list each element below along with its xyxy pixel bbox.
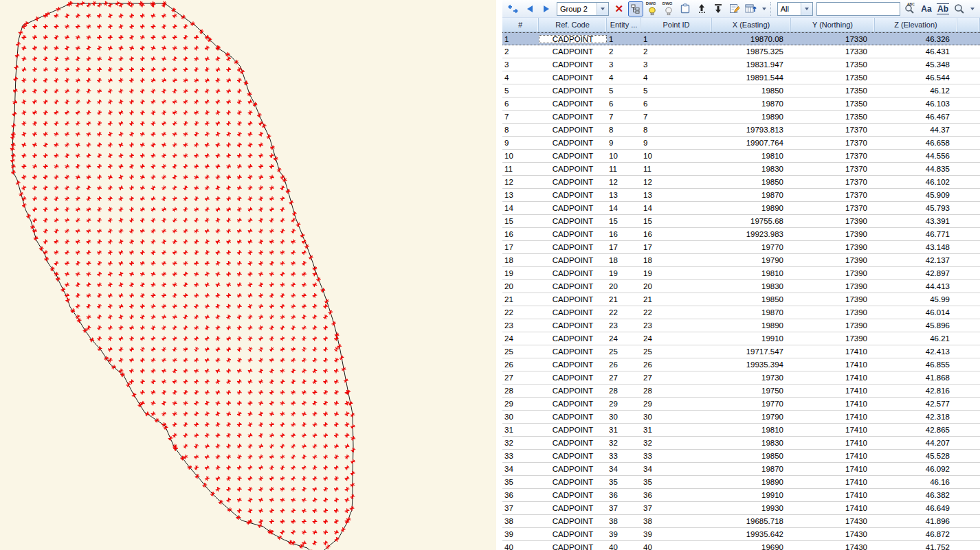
cell-pointid[interactable]: 37 — [641, 504, 712, 512]
cell-entity[interactable]: 6 — [607, 100, 641, 108]
drawing-viewport[interactable] — [0, 0, 502, 550]
cell-num[interactable]: 40 — [502, 543, 539, 550]
cell-refcode[interactable]: CADPOINT — [539, 35, 607, 43]
cell-z[interactable]: 46.12 — [875, 87, 957, 95]
cell-z[interactable]: 46.544 — [875, 73, 957, 82]
cell-entity[interactable]: 8 — [607, 126, 641, 134]
table-row[interactable]: 22CADPOINT2222198701739046.014 — [502, 306, 980, 319]
cell-x[interactable]: 19770 — [712, 243, 791, 251]
cell-pointid[interactable]: 19 — [641, 269, 712, 277]
cell-entity[interactable]: 22 — [607, 308, 641, 317]
cell-entity[interactable]: 12 — [607, 178, 641, 186]
cell-y[interactable]: 17410 — [791, 504, 875, 512]
cell-z[interactable]: 45.909 — [875, 191, 957, 199]
cell-z[interactable]: 46.16 — [875, 478, 957, 486]
search-input[interactable] — [816, 2, 900, 16]
cell-x[interactable]: 19730 — [712, 374, 791, 382]
cell-x[interactable]: 19850 — [712, 452, 791, 460]
table-row[interactable]: 24CADPOINT2424199101739046.21 — [502, 332, 980, 345]
cell-entity[interactable]: 20 — [607, 282, 641, 290]
cell-num[interactable]: 24 — [502, 334, 539, 343]
cell-z[interactable]: 46.21 — [875, 334, 957, 343]
cell-z[interactable]: 43.391 — [875, 217, 957, 225]
cell-x[interactable]: 19755.68 — [712, 217, 791, 225]
table-row[interactable]: 7CADPOINT77198901735046.467 — [502, 111, 980, 124]
whole-word-icon[interactable]: Ab — [935, 1, 950, 16]
cell-num[interactable]: 3 — [502, 60, 539, 69]
edit-note-icon[interactable] — [727, 1, 742, 16]
table-row[interactable]: 12CADPOINT1212198501737046.102 — [502, 176, 980, 189]
cell-refcode[interactable]: CADPOINT — [539, 295, 607, 303]
table-row[interactable]: 37CADPOINT3737199301741046.649 — [502, 502, 980, 515]
column-header-Y (Northing)[interactable]: Y (Northing) — [791, 18, 875, 32]
cell-y[interactable]: 17410 — [791, 347, 875, 356]
cell-x[interactable]: 19810 — [712, 269, 791, 277]
match-case-icon[interactable]: Aa — [919, 1, 934, 16]
cell-num[interactable]: 34 — [502, 465, 539, 473]
cell-refcode[interactable]: CADPOINT — [539, 426, 607, 434]
table-row[interactable]: 14CADPOINT1414198901737045.793 — [502, 202, 980, 215]
clipboard-icon[interactable] — [678, 1, 693, 16]
cell-x[interactable]: 19870 — [712, 191, 791, 199]
cell-refcode[interactable]: CADPOINT — [539, 139, 607, 147]
cell-z[interactable]: 42.577 — [875, 400, 957, 408]
cell-num[interactable]: 2 — [502, 47, 539, 56]
cell-refcode[interactable]: CADPOINT — [539, 47, 607, 56]
cell-z[interactable]: 42.413 — [875, 347, 957, 356]
cell-z[interactable]: 42.865 — [875, 426, 957, 434]
cell-z[interactable]: 42.897 — [875, 269, 957, 277]
cell-pointid[interactable]: 21 — [641, 295, 712, 303]
cell-num[interactable]: 39 — [502, 530, 539, 538]
cell-x[interactable]: 19685.718 — [712, 517, 791, 525]
cell-pointid[interactable]: 22 — [641, 308, 712, 317]
cell-pointid[interactable]: 36 — [641, 491, 712, 499]
cell-refcode[interactable]: CADPOINT — [539, 465, 607, 473]
cell-num[interactable]: 13 — [502, 191, 539, 199]
cell-num[interactable]: 9 — [502, 139, 539, 147]
cell-x[interactable]: 19923.983 — [712, 230, 791, 238]
cell-entity[interactable]: 23 — [607, 321, 641, 330]
cell-y[interactable]: 17390 — [791, 295, 875, 303]
cell-x[interactable]: 19830 — [712, 165, 791, 173]
cell-y[interactable]: 17410 — [791, 465, 875, 473]
cell-pointid[interactable]: 11 — [641, 165, 712, 173]
cell-pointid[interactable]: 18 — [641, 256, 712, 264]
cell-entity[interactable]: 7 — [607, 113, 641, 121]
cell-pointid[interactable]: 15 — [641, 217, 712, 225]
table-row[interactable]: 27CADPOINT2727197301741041.868 — [502, 371, 980, 385]
cell-pointid[interactable]: 40 — [641, 543, 712, 550]
filter-select-dropdown[interactable] — [801, 3, 812, 15]
cell-refcode[interactable]: CADPOINT — [539, 387, 607, 395]
cell-entity[interactable]: 3 — [607, 60, 641, 69]
cell-x[interactable]: 19910 — [712, 334, 791, 343]
cell-y[interactable]: 17410 — [791, 426, 875, 434]
cell-y[interactable]: 17370 — [791, 126, 875, 134]
column-header-Ref. Code[interactable]: Ref. Code — [539, 18, 607, 32]
cell-refcode[interactable]: CADPOINT — [539, 321, 607, 330]
cell-refcode[interactable]: CADPOINT — [539, 126, 607, 134]
cell-pointid[interactable]: 25 — [641, 347, 712, 356]
cell-num[interactable]: 32 — [502, 439, 539, 447]
cell-refcode[interactable]: CADPOINT — [539, 360, 607, 369]
table-row[interactable]: 35CADPOINT3535198901741046.16 — [502, 476, 980, 489]
cell-refcode[interactable]: CADPOINT — [539, 269, 607, 277]
zoom-options-dropdown[interactable] — [968, 1, 977, 16]
cell-num[interactable]: 27 — [502, 374, 539, 382]
cell-refcode[interactable]: CADPOINT — [539, 374, 607, 382]
cell-y[interactable]: 17410 — [791, 360, 875, 369]
cell-entity[interactable]: 36 — [607, 491, 641, 499]
table-row[interactable]: 29CADPOINT2929197701741042.577 — [502, 398, 980, 411]
cell-num[interactable]: 29 — [502, 400, 539, 408]
cell-refcode[interactable]: CADPOINT — [539, 113, 607, 121]
cell-x[interactable]: 19870 — [712, 465, 791, 473]
table-row[interactable]: 40CADPOINT4040196901743041.752 — [502, 541, 980, 550]
table-row[interactable]: 19CADPOINT1919198101739042.897 — [502, 267, 980, 280]
cell-x[interactable]: 19850 — [712, 87, 791, 95]
cell-refcode[interactable]: CADPOINT — [539, 478, 607, 486]
cell-pointid[interactable]: 13 — [641, 191, 712, 199]
cell-x[interactable]: 19831.947 — [712, 60, 791, 69]
cell-entity[interactable]: 11 — [607, 165, 641, 173]
table-row[interactable]: 6CADPOINT66198701735046.103 — [502, 98, 980, 111]
table-row[interactable]: 10CADPOINT1010198101737044.556 — [502, 150, 980, 163]
cell-y[interactable]: 17390 — [791, 282, 875, 290]
